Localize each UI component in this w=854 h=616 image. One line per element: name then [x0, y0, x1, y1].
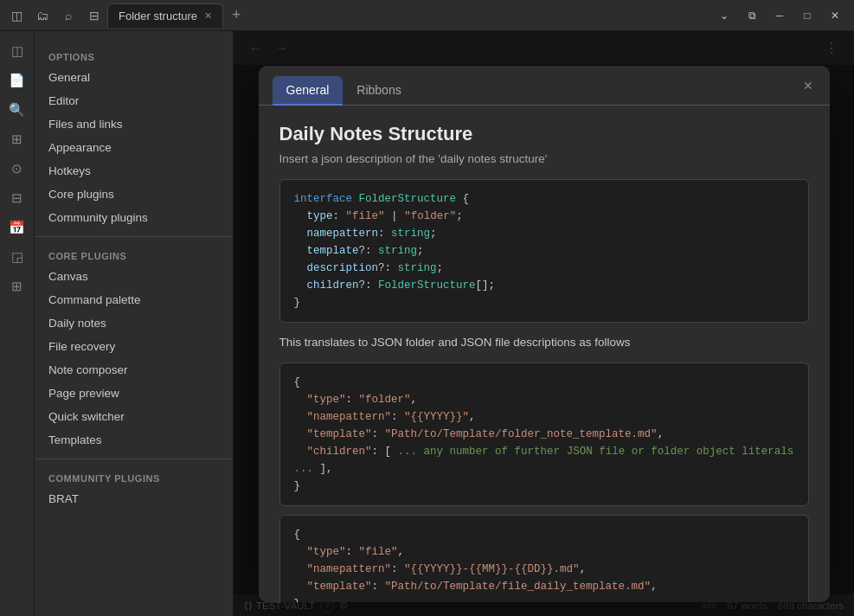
settings-item-brat[interactable]: BRAT	[35, 487, 233, 510]
settings-item-command-palette[interactable]: Command palette	[35, 288, 233, 311]
split-view-button[interactable]: ⧉	[740, 6, 764, 25]
new-tab-button[interactable]: +	[227, 6, 247, 24]
file-code-block: { "type": "file", "namepattern": "{{YYYY…	[279, 515, 809, 602]
settings-item-daily-notes[interactable]: Daily notes	[35, 311, 233, 335]
dropdown-button[interactable]: ⌄	[712, 6, 736, 25]
tab-label: Folder structure	[119, 10, 197, 22]
search-nav-icon[interactable]: ⌕	[59, 6, 78, 25]
maximize-button[interactable]: □	[795, 6, 819, 25]
folder-code-block: { "type": "folder", "namepattern": "{{YY…	[279, 363, 809, 506]
folder-structure-tab[interactable]: Folder structure ✕	[107, 3, 223, 28]
titlebar-left: ◫ 🗂 ⌕ ⊟	[7, 6, 104, 25]
settings-item-page-preview[interactable]: Page preview	[35, 382, 233, 405]
settings-item-files-links[interactable]: Files and links	[35, 112, 233, 136]
titlebar-right: ⌄ ⧉ ─ □ ✕	[712, 6, 847, 25]
tab-ribbons[interactable]: Ribbons	[343, 76, 414, 106]
modal-subtitle: Insert a json description of the 'daily …	[279, 152, 809, 165]
settings-item-canvas[interactable]: Canvas	[35, 265, 233, 288]
sidebar-toggle-icon[interactable]: ◫	[7, 6, 26, 25]
settings-panel: Options General Editor Files and links A…	[35, 31, 234, 616]
blocks-sidebar-icon[interactable]: ⊞	[4, 273, 30, 299]
folder-open-icon[interactable]: 🗂	[33, 6, 52, 25]
icon-sidebar: ◫ 📄 🔍 ⊞ ⊙ ⊟ 📅 ◲ ⊞	[0, 31, 35, 616]
settings-item-appearance[interactable]: Appearance	[35, 136, 233, 159]
settings-divider-1	[35, 236, 233, 237]
bookmark-sidebar-icon[interactable]: ⊞	[4, 126, 30, 152]
settings-divider-2	[35, 459, 233, 459]
community-plugins-section-label: Community plugins	[35, 466, 233, 487]
bookmark-nav-icon[interactable]: ⊟	[85, 6, 104, 25]
prose-1: This translates to JSON folder and JSON …	[279, 333, 809, 352]
settings-item-note-composer[interactable]: Note composer	[35, 358, 233, 382]
settings-item-general[interactable]: General	[35, 66, 233, 89]
tab-bar: Folder structure ✕ +	[107, 3, 712, 28]
settings-item-templates[interactable]: Templates	[35, 428, 233, 452]
settings-item-quick-switcher[interactable]: Quick switcher	[35, 405, 233, 428]
modal-dialog: ✕ General Ribbons Daily Notes Structure …	[259, 66, 830, 602]
settings-item-core-plugins[interactable]: Core plugins	[35, 183, 233, 206]
settings-item-file-recovery[interactable]: File recovery	[35, 335, 233, 358]
core-plugins-section-label: Core plugins	[35, 244, 233, 265]
terminal-sidebar-icon[interactable]: ◲	[4, 244, 30, 270]
settings-item-editor[interactable]: Editor	[35, 89, 233, 112]
minimize-button[interactable]: ─	[767, 6, 792, 25]
calendar-sidebar-icon[interactable]: 📅	[4, 215, 30, 241]
settings-item-hotkeys[interactable]: Hotkeys	[35, 159, 233, 183]
graph-sidebar-icon[interactable]: ⊙	[4, 156, 30, 182]
sidebar-toggle-icon[interactable]: ◫	[4, 38, 30, 64]
modal-content-area: Daily Notes Structure Insert a json desc…	[259, 106, 830, 602]
interface-code-block: interface FolderStructure { type: "file"…	[279, 179, 809, 323]
close-window-button[interactable]: ✕	[823, 6, 847, 25]
content-area: ← → ⋮ ✕ General Ribbons Daily Notes Stru…	[234, 31, 854, 616]
tab-general[interactable]: General	[273, 76, 344, 106]
modal-tabs: General Ribbons	[259, 66, 830, 106]
modal-title: Daily Notes Structure	[279, 123, 809, 145]
settings-item-community-plugins[interactable]: Community plugins	[35, 206, 233, 229]
tab-close-icon[interactable]: ✕	[204, 10, 212, 22]
search-sidebar-icon[interactable]: 🔍	[4, 97, 30, 123]
files-icon[interactable]: 📄	[4, 67, 30, 93]
modal-close-button[interactable]: ✕	[797, 74, 819, 97]
options-section-label: Options	[35, 45, 233, 66]
modal-overlay: ✕ General Ribbons Daily Notes Structure …	[234, 31, 854, 616]
layers-sidebar-icon[interactable]: ⊟	[4, 185, 30, 211]
main-layout: ◫ 📄 🔍 ⊞ ⊙ ⊟ 📅 ◲ ⊞ Options General Editor…	[0, 31, 854, 616]
titlebar: ◫ 🗂 ⌕ ⊟ Folder structure ✕ + ⌄ ⧉ ─ □ ✕	[0, 0, 854, 31]
